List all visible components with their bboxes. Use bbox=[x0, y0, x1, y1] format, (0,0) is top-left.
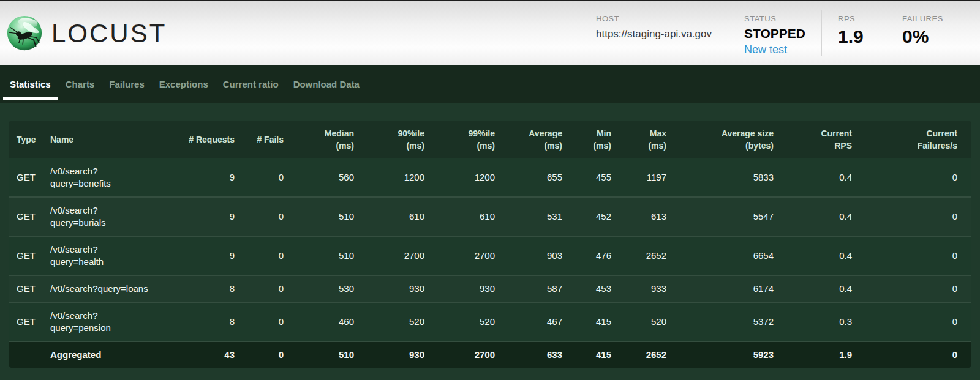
tab-statistics[interactable]: Statistics bbox=[2, 65, 58, 103]
cell-name: /v0/search? query=health bbox=[43, 236, 168, 275]
rps-panel: RPS 1.9 bbox=[821, 10, 886, 56]
table-row: GET /v0/search? query=health 9 0 510 270… bbox=[9, 236, 971, 275]
cell-current-rps: 0.4 bbox=[781, 197, 859, 236]
cell-type: GET bbox=[9, 236, 43, 275]
column-header-99ile[interactable]: 99%ile (ms) bbox=[432, 121, 502, 158]
status-value: STOPPED bbox=[744, 26, 805, 41]
cell-requests: 9 bbox=[168, 197, 242, 236]
aggregated-row: Aggregated 43 0 510 930 2700 633 415 265… bbox=[9, 341, 971, 368]
column-header-current-failures[interactable]: Current Failures/s bbox=[859, 121, 971, 158]
cell-99ile: 930 bbox=[432, 275, 502, 302]
column-header-average-size[interactable]: Average size (bytes) bbox=[674, 121, 781, 158]
cell-max: 1197 bbox=[619, 158, 674, 197]
column-header-fails[interactable]: # Fails bbox=[242, 121, 291, 158]
cell-name: /v0/search? query=pension bbox=[43, 302, 168, 341]
cell-median: 510 bbox=[291, 236, 361, 275]
table-header-row: Type Name # Requests # Fails Median (ms)… bbox=[9, 121, 971, 158]
tab-exceptions[interactable]: Exceptions bbox=[152, 65, 216, 103]
cell-current-rps: 0.4 bbox=[781, 275, 859, 302]
cell-90ile: 1200 bbox=[361, 158, 432, 197]
column-header-name[interactable]: Name bbox=[43, 121, 168, 158]
cell-current-rps: 0.3 bbox=[781, 302, 859, 341]
cell-average: 633 bbox=[502, 341, 570, 368]
statistics-table: Type Name # Requests # Fails Median (ms)… bbox=[9, 121, 971, 368]
cell-90ile: 610 bbox=[361, 197, 432, 236]
cell-median: 510 bbox=[291, 197, 361, 236]
cell-requests: 9 bbox=[168, 158, 242, 197]
statistics-page: Type Name # Requests # Fails Median (ms)… bbox=[0, 103, 980, 368]
rps-value: 1.9 bbox=[838, 26, 870, 47]
statistics-table-container: Type Name # Requests # Fails Median (ms)… bbox=[9, 121, 971, 368]
cell-average-size: 6654 bbox=[674, 236, 781, 275]
cell-max: 520 bbox=[619, 302, 674, 341]
cell-min: 415 bbox=[570, 302, 619, 341]
column-header-requests[interactable]: # Requests bbox=[168, 121, 242, 158]
tab-download-data[interactable]: Download Data bbox=[286, 65, 367, 103]
cell-max: 2652 bbox=[619, 341, 674, 368]
table-row: GET /v0/search?query=loans 8 0 530 930 9… bbox=[9, 275, 971, 302]
column-header-min[interactable]: Min (ms) bbox=[570, 121, 619, 158]
column-header-median[interactable]: Median (ms) bbox=[291, 121, 361, 158]
cell-min: 453 bbox=[570, 275, 619, 302]
cell-average: 903 bbox=[502, 236, 570, 275]
cell-name: /v0/search? query=burials bbox=[43, 197, 168, 236]
cell-fails: 0 bbox=[242, 158, 291, 197]
cell-max: 613 bbox=[619, 197, 674, 236]
cell-99ile: 2700 bbox=[432, 236, 502, 275]
cell-max: 933 bbox=[619, 275, 674, 302]
cell-median: 530 bbox=[291, 275, 361, 302]
cell-average-size: 5833 bbox=[674, 158, 781, 197]
cell-type: GET bbox=[9, 197, 43, 236]
brand-name: LOCUST bbox=[51, 19, 167, 48]
table-row: GET /v0/search? query=pension 8 0 460 52… bbox=[9, 302, 971, 341]
column-header-current-rps[interactable]: Current RPS bbox=[781, 121, 859, 158]
cell-name: /v0/search?query=loans bbox=[43, 275, 168, 302]
cell-average-size: 6174 bbox=[674, 275, 781, 302]
cell-fails: 0 bbox=[242, 302, 291, 341]
tab-charts[interactable]: Charts bbox=[58, 65, 102, 103]
cell-type: GET bbox=[9, 158, 43, 197]
tab-current-ratio[interactable]: Current ratio bbox=[216, 65, 286, 103]
cell-median: 460 bbox=[291, 302, 361, 341]
column-header-max[interactable]: Max (ms) bbox=[619, 121, 674, 158]
cell-average: 531 bbox=[502, 197, 570, 236]
cell-average: 587 bbox=[502, 275, 570, 302]
cell-type bbox=[9, 341, 43, 368]
cell-requests: 43 bbox=[168, 341, 242, 368]
table-row: GET /v0/search? query=benefits 9 0 560 1… bbox=[9, 158, 971, 197]
host-value: https://staging-api.va.gov bbox=[596, 28, 712, 40]
cell-name: /v0/search? query=benefits bbox=[43, 158, 168, 197]
cell-average: 467 bbox=[502, 302, 570, 341]
cell-average: 655 bbox=[502, 158, 570, 197]
cell-max: 2652 bbox=[619, 236, 674, 275]
column-header-type[interactable]: Type bbox=[9, 121, 43, 158]
cell-99ile: 610 bbox=[432, 197, 502, 236]
cell-median: 510 bbox=[291, 341, 361, 368]
cell-99ile: 1200 bbox=[432, 158, 502, 197]
cell-average-size: 5923 bbox=[674, 341, 781, 368]
column-header-average[interactable]: Average (ms) bbox=[502, 121, 570, 158]
cell-99ile: 520 bbox=[432, 302, 502, 341]
cell-median: 560 bbox=[291, 158, 361, 197]
tab-failures[interactable]: Failures bbox=[102, 65, 152, 103]
cell-fails: 0 bbox=[242, 341, 291, 368]
failures-panel: FAILURES 0% bbox=[886, 10, 959, 56]
new-test-link[interactable]: New test bbox=[744, 43, 805, 56]
cell-requests: 8 bbox=[168, 275, 242, 302]
cell-fails: 0 bbox=[242, 236, 291, 275]
cell-type: GET bbox=[9, 302, 43, 341]
table-row: GET /v0/search? query=burials 9 0 510 61… bbox=[9, 197, 971, 236]
host-label: HOST bbox=[596, 14, 712, 23]
rps-label: RPS bbox=[838, 14, 870, 23]
column-header-90ile[interactable]: 90%ile (ms) bbox=[361, 121, 432, 158]
cell-current-failures: 0 bbox=[859, 302, 971, 341]
cell-99ile: 2700 bbox=[432, 341, 502, 368]
cell-current-failures: 0 bbox=[859, 275, 971, 302]
cell-90ile: 930 bbox=[361, 341, 432, 368]
status-panel: STATUS STOPPED New test bbox=[728, 10, 821, 56]
cell-current-rps: 0.4 bbox=[781, 236, 859, 275]
status-label: STATUS bbox=[744, 14, 805, 23]
masthead: LOCUST HOST https://staging-api.va.gov S… bbox=[0, 1, 980, 65]
cell-name: Aggregated bbox=[43, 341, 168, 368]
cell-current-failures: 0 bbox=[859, 341, 971, 368]
